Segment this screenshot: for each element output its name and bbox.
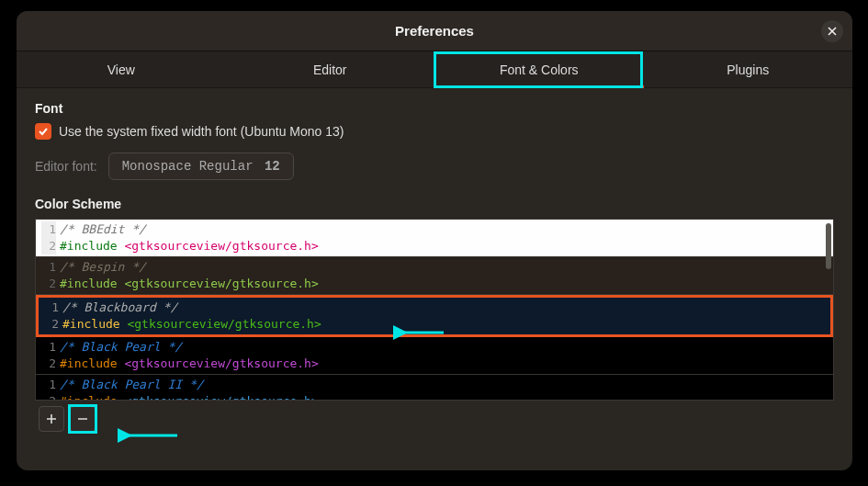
scheme-comment: /* Blackboard */ [62,300,177,314]
tab-fonts-colors[interactable]: Font & Colors [434,51,644,87]
line-number: 1 [41,339,56,356]
content-area: Font Use the system fixed width font (Ub… [17,88,852,432]
titlebar: Preferences [17,11,852,51]
plus-icon [45,413,58,425]
scheme-include: #include [60,394,118,401]
scheme-comment: /* Bespin */ [60,260,146,274]
scheme-path: <gtksourceview/gtksource.h> [127,317,321,331]
color-scheme-list[interactable]: 1/* BBEdit */ 2#include <gtksourceview/g… [35,219,834,401]
tab-fonts-label: Font & Colors [500,62,579,77]
editor-font-size: 12 [265,159,280,174]
scheme-item-black-pearl[interactable]: 1/* Black Pearl */ 2#include <gtksourcev… [36,337,833,375]
scheme-include: #include [60,239,118,253]
editor-font-name: Monospace Regular [122,159,254,174]
line-number: 1 [41,259,56,276]
line-number: 2 [41,393,56,401]
scheme-include: #include [62,317,120,331]
editor-font-label: Editor font: [35,159,97,174]
tab-plugins-label: Plugins [727,62,769,77]
scheme-path: <gtksourceview/gtksource.h> [124,277,318,290]
tab-editor[interactable]: Editor [226,51,435,87]
line-number: 2 [41,356,56,372]
close-icon [828,27,837,36]
tab-editor-label: Editor [313,62,347,77]
scheme-include: #include [60,277,118,290]
tab-bar: View Editor Font & Colors Plugins [17,51,852,88]
preferences-window: Preferences View Editor Font & Colors Pl… [17,11,852,470]
editor-font-row: Editor font: Monospace Regular 12 [35,153,834,180]
minus-icon [76,413,89,425]
scheme-comment: /* Black Pearl */ [60,340,182,354]
system-font-label: Use the system fixed width font (Ubuntu … [59,124,344,139]
scheme-comment: /* BBEdit */ [60,222,146,236]
line-number: 2 [44,316,59,333]
window-title: Preferences [395,23,474,39]
close-button[interactable] [821,20,843,42]
scheme-item-blackboard-selected[interactable]: 1/* Blackboard */ 2#include <gtksourcevi… [36,295,833,337]
scheme-path: <gtksourceview/gtksource.h> [124,239,318,253]
add-scheme-button[interactable] [39,406,64,432]
scheme-comment: /* Black Pearl II */ [60,378,204,391]
line-number: 1 [44,300,59,316]
editor-font-button[interactable]: Monospace Regular 12 [108,153,294,180]
scheme-include: #include [60,356,118,370]
scheme-item-bespin[interactable]: 1/* Bespin */ 2#include <gtksourceview/g… [36,257,833,295]
line-number: 2 [41,238,56,254]
scheme-toolbar [35,401,834,432]
color-scheme-heading: Color Scheme [35,197,834,211]
line-number: 1 [41,377,56,393]
scheme-item-black-pearl-ii[interactable]: 1/* Black Pearl II */ 2#include <gtksour… [36,375,833,401]
tab-plugins[interactable]: Plugins [644,51,853,87]
line-number: 2 [41,276,56,292]
scheme-item-bbedit[interactable]: 1/* BBEdit */ 2#include <gtksourceview/g… [36,220,833,257]
line-number: 1 [41,221,56,238]
scheme-path: <gtksourceview/gtksource.h> [124,356,318,370]
remove-scheme-button[interactable] [70,406,96,432]
scheme-path: <gtksourceview/gtksource.h> [124,394,318,401]
tab-view[interactable]: View [17,51,226,87]
system-font-row: Use the system fixed width font (Ubuntu … [35,123,834,140]
font-heading: Font [35,101,834,116]
tab-view-label: View [107,62,135,77]
system-font-checkbox[interactable] [35,123,51,140]
check-icon [38,126,49,137]
scheme-scrollbar[interactable] [826,223,831,269]
